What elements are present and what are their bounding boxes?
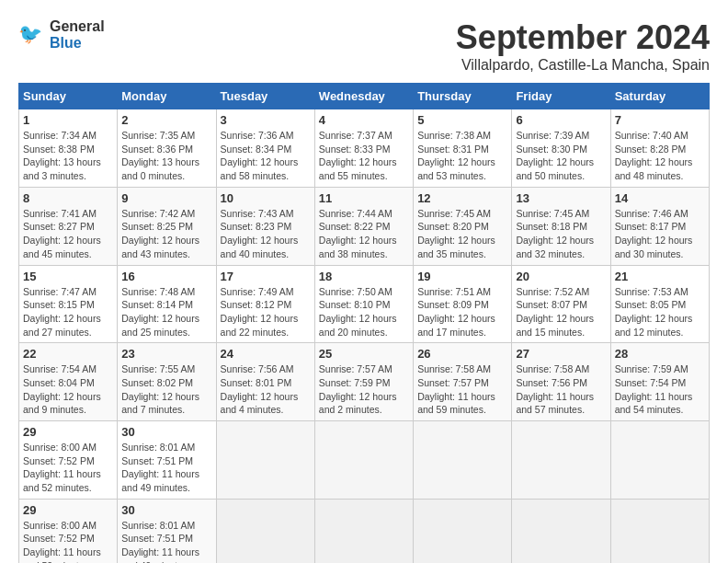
calendar-day-13: 13Sunrise: 7:45 AMSunset: 8:18 PMDayligh… [512,187,610,265]
logo-text: General Blue [50,18,105,51]
calendar-week-0: 1Sunrise: 7:34 AMSunset: 8:38 PMDaylight… [19,109,710,188]
location: Villalpardo, Castille-La Mancha, Spain [456,57,710,74]
header-sunday: Sunday [19,84,118,109]
calendar-table: Sunday Monday Tuesday Wednesday Thursday… [18,83,710,563]
month-title: September 2024 [456,18,710,57]
calendar-day-empty [216,499,314,563]
page-header: 🐦 General Blue September 2024 Villalpard… [18,18,710,74]
header-saturday: Saturday [610,84,709,109]
calendar-day-22: 22Sunrise: 7:54 AMSunset: 8:04 PMDayligh… [19,343,118,421]
header-wednesday: Wednesday [314,84,413,109]
calendar-day-28: 28Sunrise: 7:59 AMSunset: 7:54 PMDayligh… [610,343,709,421]
calendar-day-empty [414,421,512,500]
calendar-day-12: 12Sunrise: 7:45 AMSunset: 8:20 PMDayligh… [414,187,512,265]
calendar-day-20: 20Sunrise: 7:52 AMSunset: 8:07 PMDayligh… [512,265,610,343]
weekday-header-row: Sunday Monday Tuesday Wednesday Thursday… [19,84,710,109]
calendar-day-6: 6Sunrise: 7:39 AMSunset: 8:30 PMDaylight… [512,109,610,188]
logo: 🐦 General Blue [18,18,105,51]
calendar-day-empty [314,499,413,563]
header-thursday: Thursday [414,84,512,109]
calendar-day-24: 24Sunrise: 7:56 AMSunset: 8:01 PMDayligh… [216,343,314,421]
title-block: September 2024 Villalpardo, Castille-La … [456,18,710,74]
header-tuesday: Tuesday [216,84,314,109]
calendar-day-21: 21Sunrise: 7:53 AMSunset: 8:05 PMDayligh… [610,265,709,343]
calendar-week-5: 29Sunrise: 8:00 AMSunset: 7:52 PMDayligh… [19,499,710,563]
calendar-day-29: 29Sunrise: 8:00 AMSunset: 7:52 PMDayligh… [19,421,118,500]
calendar-day-16: 16Sunrise: 7:48 AMSunset: 8:14 PMDayligh… [118,265,216,343]
calendar-day-4: 4Sunrise: 7:37 AMSunset: 8:33 PMDaylight… [314,109,413,188]
header-friday: Friday [512,84,610,109]
calendar-day-2: 2Sunrise: 7:35 AMSunset: 8:36 PMDaylight… [118,109,216,188]
calendar-day-empty [610,499,709,563]
calendar-week-4: 29Sunrise: 8:00 AMSunset: 7:52 PMDayligh… [19,421,710,500]
calendar-day-29: 29Sunrise: 8:00 AMSunset: 7:52 PMDayligh… [19,499,118,563]
calendar-day-10: 10Sunrise: 7:43 AMSunset: 8:23 PMDayligh… [216,187,314,265]
calendar-day-18: 18Sunrise: 7:50 AMSunset: 8:10 PMDayligh… [314,265,413,343]
calendar-day-empty [314,421,413,500]
calendar-day-14: 14Sunrise: 7:46 AMSunset: 8:17 PMDayligh… [610,187,709,265]
calendar-week-2: 15Sunrise: 7:47 AMSunset: 8:15 PMDayligh… [19,265,710,343]
calendar-day-empty [512,421,610,500]
calendar-day-3: 3Sunrise: 7:36 AMSunset: 8:34 PMDaylight… [216,109,314,188]
calendar-week-1: 8Sunrise: 7:41 AMSunset: 8:27 PMDaylight… [19,187,710,265]
calendar-day-27: 27Sunrise: 7:58 AMSunset: 7:56 PMDayligh… [512,343,610,421]
calendar-week-3: 22Sunrise: 7:54 AMSunset: 8:04 PMDayligh… [19,343,710,421]
calendar-day-empty [610,421,709,500]
logo-icon: 🐦 [18,21,46,49]
calendar-day-17: 17Sunrise: 7:49 AMSunset: 8:12 PMDayligh… [216,265,314,343]
calendar-day-15: 15Sunrise: 7:47 AMSunset: 8:15 PMDayligh… [19,265,118,343]
calendar-day-empty [216,421,314,500]
calendar-day-23: 23Sunrise: 7:55 AMSunset: 8:02 PMDayligh… [118,343,216,421]
calendar-day-30: 30Sunrise: 8:01 AMSunset: 7:51 PMDayligh… [118,421,216,500]
calendar-day-25: 25Sunrise: 7:57 AMSunset: 7:59 PMDayligh… [314,343,413,421]
calendar-day-7: 7Sunrise: 7:40 AMSunset: 8:28 PMDaylight… [610,109,709,188]
calendar-day-1: 1Sunrise: 7:34 AMSunset: 8:38 PMDaylight… [19,109,118,188]
calendar-day-19: 19Sunrise: 7:51 AMSunset: 8:09 PMDayligh… [414,265,512,343]
calendar-day-26: 26Sunrise: 7:58 AMSunset: 7:57 PMDayligh… [414,343,512,421]
calendar-day-8: 8Sunrise: 7:41 AMSunset: 8:27 PMDaylight… [19,187,118,265]
calendar-day-empty [414,499,512,563]
calendar-day-9: 9Sunrise: 7:42 AMSunset: 8:25 PMDaylight… [118,187,216,265]
svg-text:🐦: 🐦 [18,22,43,46]
calendar-day-30: 30Sunrise: 8:01 AMSunset: 7:51 PMDayligh… [118,499,216,563]
calendar-day-empty [512,499,610,563]
header-monday: Monday [118,84,216,109]
calendar-day-5: 5Sunrise: 7:38 AMSunset: 8:31 PMDaylight… [414,109,512,188]
calendar-day-11: 11Sunrise: 7:44 AMSunset: 8:22 PMDayligh… [314,187,413,265]
